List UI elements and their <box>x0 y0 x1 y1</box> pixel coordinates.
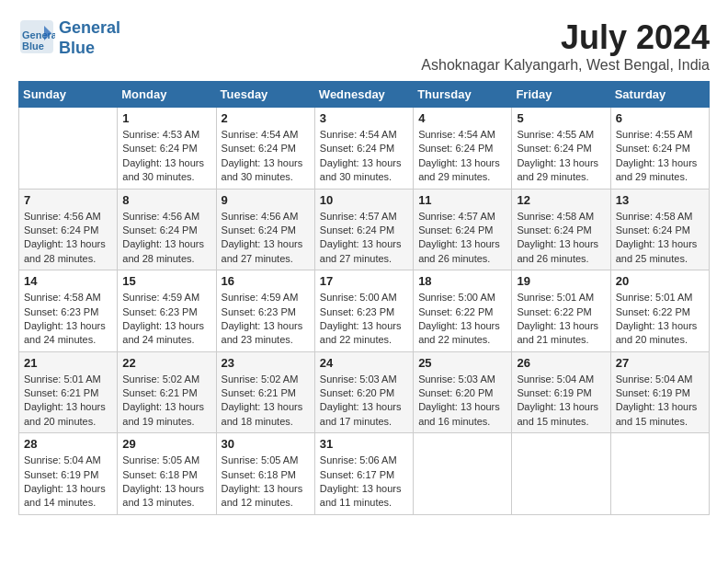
day-info: Sunrise: 4:54 AMSunset: 6:24 PMDaylight:… <box>418 128 506 185</box>
day-info: Sunrise: 5:01 AMSunset: 6:22 PMDaylight:… <box>517 291 605 348</box>
day-number: 11 <box>418 193 506 207</box>
day-number: 27 <box>616 356 704 370</box>
logo-icon: General Blue <box>18 18 55 55</box>
day-header-tuesday: Tuesday <box>216 82 314 108</box>
calendar-cell: 26Sunrise: 5:04 AMSunset: 6:19 PMDayligh… <box>512 351 610 433</box>
calendar-cell: 28Sunrise: 5:04 AMSunset: 6:19 PMDayligh… <box>19 433 118 515</box>
day-number: 19 <box>517 274 605 288</box>
day-header-saturday: Saturday <box>610 82 709 108</box>
day-number: 26 <box>517 356 605 370</box>
day-number: 20 <box>616 274 704 288</box>
calendar-table: SundayMondayTuesdayWednesdayThursdayFrid… <box>18 81 710 515</box>
day-info: Sunrise: 4:58 AMSunset: 6:24 PMDaylight:… <box>616 210 704 267</box>
calendar-cell: 27Sunrise: 5:04 AMSunset: 6:19 PMDayligh… <box>610 351 709 433</box>
calendar-cell: 17Sunrise: 5:00 AMSunset: 6:23 PMDayligh… <box>314 270 413 352</box>
day-info: Sunrise: 5:05 AMSunset: 6:18 PMDaylight:… <box>122 454 210 511</box>
week-row-3: 14Sunrise: 4:58 AMSunset: 6:23 PMDayligh… <box>19 270 710 352</box>
calendar-cell: 9Sunrise: 4:56 AMSunset: 6:24 PMDaylight… <box>216 189 314 270</box>
calendar-cell <box>19 108 118 190</box>
day-header-monday: Monday <box>118 82 216 108</box>
day-number: 18 <box>418 274 506 288</box>
calendar-cell: 18Sunrise: 5:00 AMSunset: 6:22 PMDayligh… <box>414 270 512 352</box>
day-number: 31 <box>320 437 408 451</box>
day-info: Sunrise: 4:55 AMSunset: 6:24 PMDaylight:… <box>517 128 605 185</box>
day-number: 10 <box>320 193 408 207</box>
calendar-cell <box>610 433 709 515</box>
month-year: July 2024 <box>421 18 710 57</box>
calendar-cell: 7Sunrise: 4:56 AMSunset: 6:24 PMDaylight… <box>19 189 118 270</box>
day-number: 12 <box>517 193 605 207</box>
calendar-cell: 16Sunrise: 4:59 AMSunset: 6:23 PMDayligh… <box>216 270 314 352</box>
day-info: Sunrise: 4:57 AMSunset: 6:24 PMDaylight:… <box>418 210 506 267</box>
day-number: 7 <box>24 193 112 207</box>
day-number: 6 <box>616 111 704 125</box>
day-info: Sunrise: 5:06 AMSunset: 6:17 PMDaylight:… <box>320 454 408 511</box>
day-number: 14 <box>24 274 112 288</box>
calendar-cell: 1Sunrise: 4:53 AMSunset: 6:24 PMDaylight… <box>118 108 216 190</box>
days-header-row: SundayMondayTuesdayWednesdayThursdayFrid… <box>19 82 710 108</box>
day-number: 4 <box>418 111 506 125</box>
day-info: Sunrise: 4:59 AMSunset: 6:23 PMDaylight:… <box>222 291 310 348</box>
day-info: Sunrise: 5:04 AMSunset: 6:19 PMDaylight:… <box>517 373 605 430</box>
day-info: Sunrise: 5:05 AMSunset: 6:18 PMDaylight:… <box>222 454 310 511</box>
calendar-cell: 2Sunrise: 4:54 AMSunset: 6:24 PMDaylight… <box>216 108 314 190</box>
calendar-cell: 24Sunrise: 5:03 AMSunset: 6:20 PMDayligh… <box>314 351 413 433</box>
day-number: 15 <box>122 274 210 288</box>
day-number: 2 <box>222 111 310 125</box>
logo: General Blue General Blue <box>18 18 120 59</box>
calendar-cell: 3Sunrise: 4:54 AMSunset: 6:24 PMDaylight… <box>314 108 413 190</box>
calendar-cell: 4Sunrise: 4:54 AMSunset: 6:24 PMDaylight… <box>414 108 512 190</box>
day-number: 30 <box>222 437 310 451</box>
calendar-cell: 15Sunrise: 4:59 AMSunset: 6:23 PMDayligh… <box>118 270 216 352</box>
day-number: 22 <box>122 356 210 370</box>
calendar-cell: 20Sunrise: 5:01 AMSunset: 6:22 PMDayligh… <box>610 270 709 352</box>
day-info: Sunrise: 5:03 AMSunset: 6:20 PMDaylight:… <box>418 373 506 430</box>
day-info: Sunrise: 4:54 AMSunset: 6:24 PMDaylight:… <box>320 128 408 185</box>
calendar-cell: 10Sunrise: 4:57 AMSunset: 6:24 PMDayligh… <box>314 189 413 270</box>
calendar-cell: 30Sunrise: 5:05 AMSunset: 6:18 PMDayligh… <box>216 433 314 515</box>
calendar-cell: 19Sunrise: 5:01 AMSunset: 6:22 PMDayligh… <box>512 270 610 352</box>
day-info: Sunrise: 5:02 AMSunset: 6:21 PMDaylight:… <box>222 373 310 430</box>
calendar-cell <box>512 433 610 515</box>
day-info: Sunrise: 5:00 AMSunset: 6:22 PMDaylight:… <box>418 291 506 348</box>
day-number: 8 <box>122 193 210 207</box>
day-info: Sunrise: 5:04 AMSunset: 6:19 PMDaylight:… <box>24 454 112 511</box>
calendar-cell: 6Sunrise: 4:55 AMSunset: 6:24 PMDaylight… <box>610 108 709 190</box>
day-info: Sunrise: 5:02 AMSunset: 6:21 PMDaylight:… <box>122 373 210 430</box>
day-number: 25 <box>418 356 506 370</box>
day-info: Sunrise: 5:03 AMSunset: 6:20 PMDaylight:… <box>320 373 408 430</box>
day-number: 9 <box>222 193 310 207</box>
calendar-cell: 31Sunrise: 5:06 AMSunset: 6:17 PMDayligh… <box>314 433 413 515</box>
day-info: Sunrise: 5:00 AMSunset: 6:23 PMDaylight:… <box>320 291 408 348</box>
day-header-sunday: Sunday <box>19 82 118 108</box>
calendar-cell: 25Sunrise: 5:03 AMSunset: 6:20 PMDayligh… <box>414 351 512 433</box>
day-header-thursday: Thursday <box>414 82 512 108</box>
week-row-2: 7Sunrise: 4:56 AMSunset: 6:24 PMDaylight… <box>19 189 710 270</box>
day-info: Sunrise: 4:56 AMSunset: 6:24 PMDaylight:… <box>222 210 310 267</box>
day-info: Sunrise: 5:01 AMSunset: 6:22 PMDaylight:… <box>616 291 704 348</box>
day-header-friday: Friday <box>512 82 610 108</box>
svg-text:Blue: Blue <box>22 40 44 52</box>
day-number: 21 <box>24 356 112 370</box>
day-number: 17 <box>320 274 408 288</box>
day-number: 23 <box>222 356 310 370</box>
location: Ashoknagar Kalyangarh, West Bengal, Indi… <box>421 57 710 74</box>
calendar-cell: 21Sunrise: 5:01 AMSunset: 6:21 PMDayligh… <box>19 351 118 433</box>
logo-line2: Blue <box>59 39 120 59</box>
calendar-cell: 23Sunrise: 5:02 AMSunset: 6:21 PMDayligh… <box>216 351 314 433</box>
calendar-cell: 13Sunrise: 4:58 AMSunset: 6:24 PMDayligh… <box>610 189 709 270</box>
svg-text:General: General <box>22 29 55 40</box>
calendar-cell: 12Sunrise: 4:58 AMSunset: 6:24 PMDayligh… <box>512 189 610 270</box>
day-info: Sunrise: 4:57 AMSunset: 6:24 PMDaylight:… <box>320 210 408 267</box>
day-info: Sunrise: 5:01 AMSunset: 6:21 PMDaylight:… <box>24 373 112 430</box>
day-info: Sunrise: 4:59 AMSunset: 6:23 PMDaylight:… <box>122 291 210 348</box>
day-info: Sunrise: 4:54 AMSunset: 6:24 PMDaylight:… <box>222 128 310 185</box>
day-info: Sunrise: 4:56 AMSunset: 6:24 PMDaylight:… <box>122 210 210 267</box>
logo-line1: General <box>59 18 120 39</box>
day-number: 1 <box>122 111 210 125</box>
day-number: 29 <box>122 437 210 451</box>
week-row-5: 28Sunrise: 5:04 AMSunset: 6:19 PMDayligh… <box>19 433 710 515</box>
calendar-cell: 5Sunrise: 4:55 AMSunset: 6:24 PMDaylight… <box>512 108 610 190</box>
day-header-wednesday: Wednesday <box>314 82 413 108</box>
calendar-cell: 14Sunrise: 4:58 AMSunset: 6:23 PMDayligh… <box>19 270 118 352</box>
